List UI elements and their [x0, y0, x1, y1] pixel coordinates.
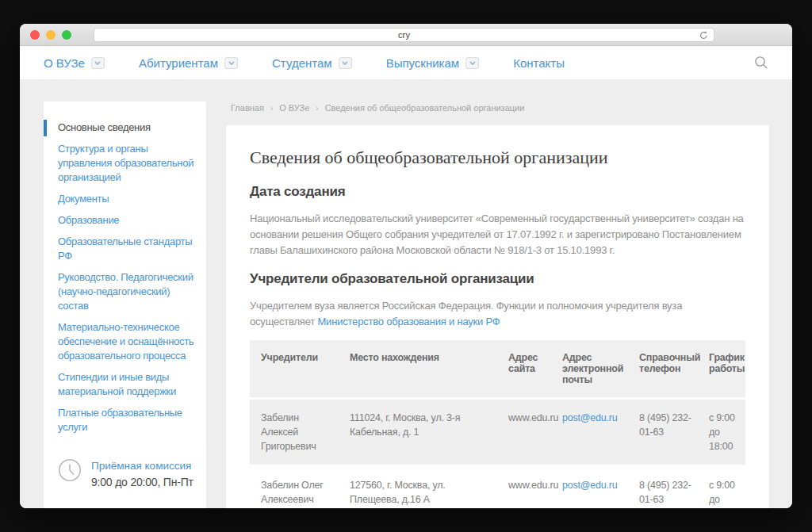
cell-founder: Забелин Алексей Григорьевич — [250, 400, 343, 465]
sidebar-item-label: Основные сведения — [58, 121, 151, 133]
cell-email: post@edu.ru — [556, 467, 633, 508]
sidebar-item-paid-services[interactable]: Платные образовательные услуги — [58, 406, 194, 434]
cell-email: post@edu.ru — [556, 400, 633, 465]
sidebar-item-documents[interactable]: Документы — [58, 192, 194, 206]
sidebar-item-standards[interactable]: Образовательные стандарты РФ — [58, 235, 194, 263]
nav-item-label: Студентам — [272, 56, 332, 70]
col-header-founders: Учредители — [250, 340, 343, 397]
section-heading-creation-date: Дата создания — [250, 184, 745, 200]
email-link[interactable]: post@edu.ru — [562, 480, 618, 491]
nav-item-label: Выпускникам — [386, 56, 460, 70]
col-header-email: Адрес электронной почты — [556, 340, 633, 397]
cell-schedule: с 9:00 до 18:00 — [703, 467, 745, 508]
cell-address: 111024, г. Москва, ул. 3-я Кабельная, д.… — [343, 400, 502, 465]
cell-site: www.edu.ru — [502, 400, 556, 465]
close-window-button[interactable] — [30, 30, 40, 40]
breadcrumb: Главная › О ВУЗе › Сведения об общеобраз… — [231, 103, 524, 113]
col-header-location: Место нахождения — [343, 340, 502, 397]
minimize-window-button[interactable] — [46, 30, 56, 40]
nav-dropdown-toggle[interactable] — [224, 57, 238, 69]
breadcrumb-separator: › — [316, 104, 318, 113]
nav-item-graduates[interactable]: Выпускникам — [386, 56, 480, 70]
nav-item-about[interactable]: О ВУЗе — [44, 56, 105, 70]
clock-icon — [58, 458, 82, 482]
creation-date-text: Национальный исследовательский университ… — [250, 211, 745, 258]
sidebar-item-basic-info[interactable]: Основные сведения — [58, 121, 194, 135]
admission-hours: 9:00 до 20:00, Пн-Пт — [91, 476, 193, 488]
nav-dropdown-toggle[interactable] — [339, 57, 352, 69]
page-title: Сведения об общеобразовательной организа… — [250, 147, 745, 168]
nav-item-applicants[interactable]: Абитуриентам — [139, 56, 238, 70]
section-heading-founders: Учредители образовательной организации — [250, 271, 745, 287]
browser-window: сгу О ВУЗе Абитуриентам — [20, 24, 792, 508]
breadcrumb-home[interactable]: Главная — [231, 103, 264, 113]
col-header-site: Адрес сайта — [502, 340, 556, 397]
sidebar-item-scholarships[interactable]: Стипендии и иные виды материальной подде… — [58, 370, 194, 399]
nav-item-label: О ВУЗе — [44, 56, 85, 70]
admission-info-card: Приёмная комиссия 9:00 до 20:00, Пн-Пт — [44, 438, 206, 508]
breadcrumb-separator: › — [270, 104, 273, 113]
chevron-down-icon — [342, 61, 348, 65]
nav-item-contacts[interactable]: Контакты — [513, 56, 565, 70]
reload-icon[interactable] — [699, 30, 709, 40]
address-bar[interactable]: сгу — [94, 28, 714, 42]
table-row: Забелин Олег Алексеевич 127560, г. Москв… — [250, 467, 745, 508]
sidebar-item-structure[interactable]: Структура и органы управления образовате… — [58, 142, 194, 185]
col-header-schedule: График работы — [703, 340, 745, 397]
ministry-link[interactable]: Министерство образования и науки РФ — [317, 316, 500, 327]
founders-table: Учредители Место нахождения Адрес сайта … — [250, 338, 745, 508]
sidebar-item-leadership[interactable]: Руководство. Педагогический (научно-педа… — [58, 270, 194, 313]
table-header-row: Учредители Место нахождения Адрес сайта … — [250, 340, 745, 397]
email-link[interactable]: post@edu.ru — [562, 412, 618, 423]
browser-titlebar: сгу — [20, 24, 792, 46]
sidebar-item-education[interactable]: Образование — [58, 213, 194, 228]
cell-schedule: с 9:00 до 18:00 — [703, 400, 745, 465]
nav-item-students[interactable]: Студентам — [272, 56, 352, 70]
cell-address: 127560, г. Москва, ул. Плещеева, д.16 А — [343, 467, 502, 508]
chevron-down-icon — [94, 61, 101, 65]
address-bar-text: сгу — [398, 30, 410, 40]
chevron-down-icon — [228, 61, 235, 65]
active-item-indicator — [44, 120, 47, 136]
col-header-phone: Справочный телефон — [633, 340, 703, 397]
breadcrumb-about[interactable]: О ВУЗе — [279, 103, 309, 113]
nav-items: О ВУЗе Абитуриентам Студентам — [44, 46, 565, 79]
sidebar-item-facilities[interactable]: Материально-техническое обеспечение и ос… — [58, 320, 194, 363]
cell-phone: 8 (495) 232-01-63 — [633, 400, 703, 465]
chevron-down-icon — [469, 61, 476, 65]
cell-phone: 8 (495) 232-01-63 — [633, 467, 703, 508]
cell-founder: Забелин Олег Алексеевич — [250, 467, 343, 508]
breadcrumb-current: Сведения об общеобразовательной организа… — [325, 103, 525, 113]
admission-hours-row: Приёмная комиссия 9:00 до 20:00, Пн-Пт — [58, 458, 195, 488]
admission-hours-text-block: Приёмная комиссия 9:00 до 20:00, Пн-Пт — [91, 458, 193, 488]
nav-dropdown-toggle[interactable] — [91, 57, 105, 69]
nav-item-label: Абитуриентам — [139, 56, 218, 70]
page-background: Основные сведения Структура и органы упр… — [20, 79, 792, 508]
main-content: Сведения об общеобразовательной организа… — [226, 125, 769, 508]
founders-text: Учредителем вуза является Российская Фед… — [250, 298, 745, 330]
admission-committee-link[interactable]: Приёмная комиссия — [91, 460, 191, 472]
cell-site: www.edu.ru — [502, 467, 556, 508]
table-row: Забелин Алексей Григорьевич 111024, г. М… — [250, 400, 745, 465]
nav-dropdown-toggle[interactable] — [465, 57, 479, 69]
nav-item-label: Контакты — [513, 56, 565, 70]
site-navbar: О ВУЗе Абитуриентам Студентам — [20, 46, 792, 79]
zoom-window-button[interactable] — [62, 30, 71, 40]
search-icon[interactable] — [754, 55, 768, 70]
